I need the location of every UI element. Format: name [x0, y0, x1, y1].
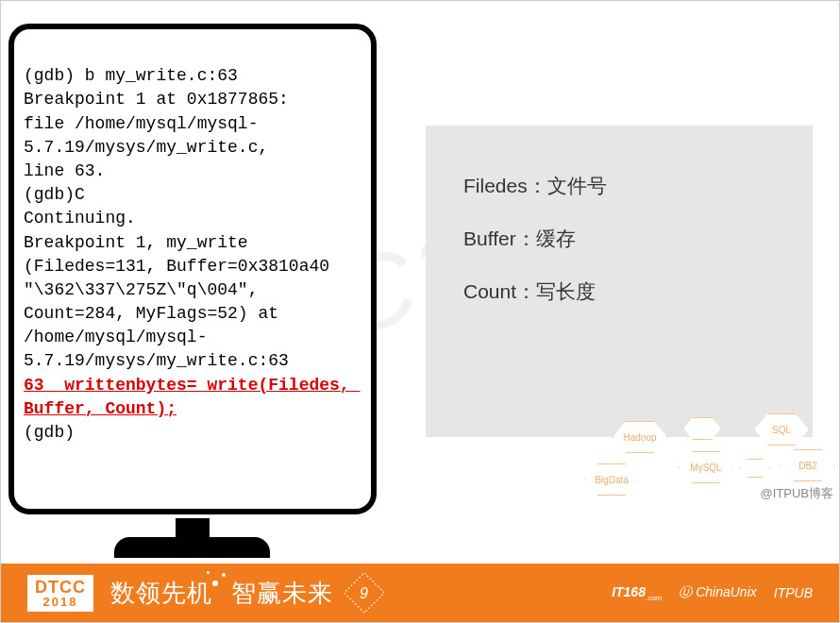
param-filedes: Filedes：文件号 — [463, 173, 775, 199]
param-count: Count：写长度 — [463, 278, 775, 305]
sponsor-it168: IT168.com — [612, 584, 662, 602]
code-line: Continuing. — [24, 209, 136, 227]
footer-sponsors: IT168.com Ⓤ ChinaUnix ITPUB — [612, 584, 813, 602]
gdb-output: (gdb) b my_write.c:63 Breakpoint 1 at 0x… — [24, 41, 361, 445]
code-line: line 63. — [24, 161, 105, 180]
slide-footer: DTCC 2018 数领先机 智赢未来 9 IT168.com Ⓤ ChinaU… — [1, 564, 839, 622]
code-line: (Filedes=131, Buffer=0x3810a40 — [24, 257, 329, 276]
code-line: 5.7.19/mysys/my_write.c, — [24, 138, 268, 157]
parameter-explanation-panel: Filedes：文件号 Buffer：缓存 Count：写长度 — [426, 126, 813, 437]
code-line: Count=284, MyFlags=52) at — [24, 304, 278, 323]
terminal-monitor: (gdb) b my_write.c:63 Breakpoint 1 at 0x… — [8, 24, 377, 514]
code-line: file /home/mysql/mysql- — [24, 114, 258, 133]
sponsor-itpub: ITPUB — [774, 585, 813, 600]
sponsor-chinaunix: Ⓤ ChinaUnix — [679, 584, 756, 601]
source-attribution: @ITPUB博客 — [761, 485, 833, 502]
code-line: (gdb)C — [24, 185, 85, 204]
code-line: "\362\337\275Z\"q\004", — [24, 280, 258, 299]
edition-badge: 9 — [344, 573, 384, 613]
code-line: /home/mysql/mysql- — [24, 328, 207, 346]
badge-number-text: 9 — [360, 585, 369, 601]
param-buffer: Buffer：缓存 — [463, 226, 775, 252]
footer-slogan: 数领先机 智赢未来 9 — [110, 573, 384, 613]
code-line: (gdb) b my_write.c:63 — [24, 66, 238, 85]
slide-content: DTCC2018 (gdb) b my_write.c:63 Breakpoin… — [1, 1, 839, 563]
hex-blank — [740, 459, 770, 478]
highlighted-code-line: 63 writtenbytes= write(Filedes, Buffer, … — [24, 376, 360, 418]
code-line: 5.7.19/mysys/my_write.c:63 — [24, 351, 289, 370]
slogan-part-b: 智赢未来 — [231, 577, 333, 610]
hex-mysql: MySQL — [679, 451, 733, 483]
logo-bottom-text: 2018 — [35, 596, 86, 608]
code-line: Breakpoint 1 at 0x1877865: — [24, 90, 289, 109]
slogan-part-a: 数领先机 — [110, 577, 212, 610]
code-line: (gdb) — [24, 423, 75, 442]
code-line: Breakpoint 1, my_write — [24, 233, 248, 252]
dtcc-logo: DTCC 2018 — [27, 575, 93, 612]
logo-top-text: DTCC — [35, 579, 86, 596]
monitor-stand-base — [114, 537, 270, 558]
monitor-stand-neck — [176, 518, 210, 539]
dots-decoration-icon — [203, 564, 231, 592]
hex-bigdata: BigData — [584, 463, 639, 496]
hex-db2: DB2 — [781, 449, 835, 481]
